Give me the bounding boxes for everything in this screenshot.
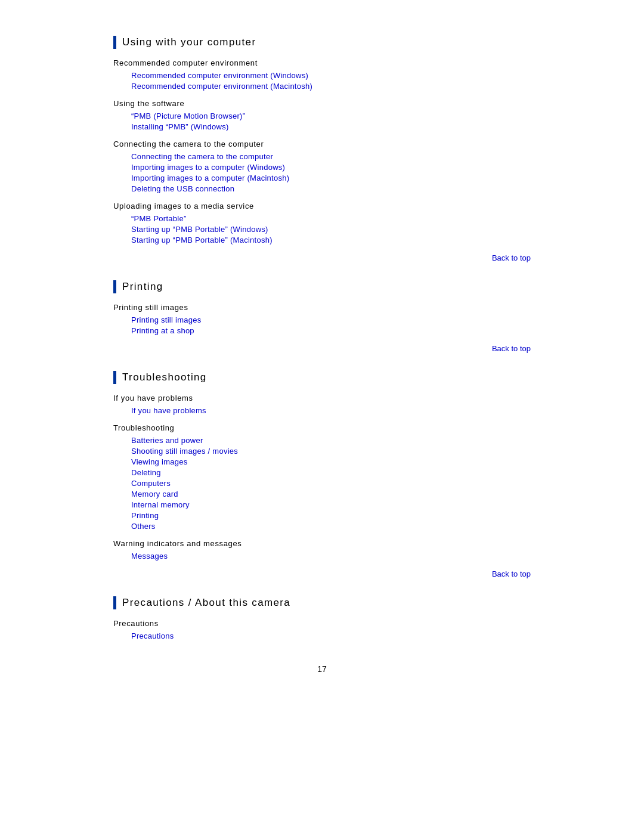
link-recommended-windows[interactable]: Recommended computer environment (Window… — [131, 71, 531, 80]
link-importing-images-macintosh[interactable]: Importing images to a computer (Macintos… — [131, 174, 531, 182]
back-to-top-link-3[interactable]: Back to top — [492, 569, 531, 578]
link-batteries-power[interactable]: Batteries and power — [131, 436, 531, 445]
link-shooting-still-movies[interactable]: Shooting still images / movies — [131, 447, 531, 456]
link-computers[interactable]: Computers — [131, 479, 531, 488]
subsection-printing-still-images: Printing still images Printing still ima… — [113, 303, 531, 335]
subsection-title-precautions-items: Precautions — [113, 619, 531, 628]
link-starting-pmb-portable-macintosh[interactable]: Starting up “PMB Portable” (Macintosh) — [131, 236, 531, 244]
subsection-troubleshooting-items: Troubleshooting Batteries and power Shoo… — [113, 423, 531, 531]
subsection-title-uploading-images: Uploading images to a media service — [113, 202, 531, 210]
subsection-title-printing-still-images: Printing still images — [113, 303, 531, 312]
section-troubleshooting: Troubleshooting If you have problems If … — [113, 371, 531, 578]
subsection-title-connecting-camera: Connecting the camera to the computer — [113, 140, 531, 148]
link-deleting[interactable]: Deleting — [131, 468, 531, 477]
back-to-top-container-2: Back to top — [113, 343, 531, 353]
section-title-troubleshooting: Troubleshooting — [122, 371, 207, 383]
section-bar-troubleshooting-icon — [113, 371, 116, 384]
back-to-top-link-2[interactable]: Back to top — [492, 344, 531, 353]
subsection-if-you-have-problems: If you have problems If you have problem… — [113, 394, 531, 415]
link-starting-pmb-portable-windows[interactable]: Starting up “PMB Portable” (Windows) — [131, 225, 531, 234]
back-to-top-container-3: Back to top — [113, 569, 531, 578]
section-using-with-computer: Using with your computer Recommended com… — [113, 36, 531, 262]
section-bar-icon — [113, 36, 116, 49]
page-number: 17 — [113, 664, 531, 674]
subsection-title-troubleshooting-items: Troubleshooting — [113, 423, 531, 432]
link-internal-memory[interactable]: Internal memory — [131, 500, 531, 509]
section-header-using-with-computer: Using with your computer — [113, 36, 531, 49]
link-printing[interactable]: Printing — [131, 511, 531, 520]
subsection-warning-indicators: Warning indicators and messages Messages — [113, 539, 531, 561]
link-connecting-camera-computer[interactable]: Connecting the camera to the computer — [131, 152, 531, 161]
section-precautions: Precautions / About this camera Precauti… — [113, 596, 531, 640]
link-viewing-images[interactable]: Viewing images — [131, 457, 531, 466]
link-deleting-usb-connection[interactable]: Deleting the USB connection — [131, 184, 531, 193]
link-memory-card[interactable]: Memory card — [131, 490, 531, 498]
link-if-you-have-problems[interactable]: If you have problems — [131, 406, 531, 415]
section-title-using-with-computer: Using with your computer — [122, 36, 256, 48]
link-printing-still-images[interactable]: Printing still images — [131, 315, 531, 324]
subsection-title-recommended-computer-env: Recommended computer environment — [113, 58, 531, 67]
page-container: Using with your computer Recommended com… — [113, 24, 531, 686]
subsection-using-software: Using the software “PMB (Picture Motion … — [113, 99, 531, 131]
link-printing-at-shop[interactable]: Printing at a shop — [131, 326, 531, 335]
link-pmb-portable[interactable]: “PMB Portable” — [131, 214, 531, 223]
section-bar-precautions-icon — [113, 596, 116, 609]
back-to-top-container-1: Back to top — [113, 253, 531, 262]
section-header-precautions: Precautions / About this camera — [113, 596, 531, 609]
subsection-connecting-camera: Connecting the camera to the computer Co… — [113, 140, 531, 193]
section-bar-printing-icon — [113, 280, 116, 293]
link-installing-pmb-windows[interactable]: Installing “PMB” (Windows) — [131, 122, 531, 131]
subsection-precautions-items: Precautions Precautions — [113, 619, 531, 640]
link-pmb-picture-motion[interactable]: “PMB (Picture Motion Browser)” — [131, 112, 531, 120]
link-importing-images-windows[interactable]: Importing images to a computer (Windows) — [131, 163, 531, 172]
subsection-title-warning-indicators: Warning indicators and messages — [113, 539, 531, 548]
section-title-precautions: Precautions / About this camera — [122, 597, 290, 609]
subsection-title-if-you-have-problems: If you have problems — [113, 394, 531, 402]
subsection-uploading-images: Uploading images to a media service “PMB… — [113, 202, 531, 244]
section-printing: Printing Printing still images Printing … — [113, 280, 531, 353]
subsection-title-using-software: Using the software — [113, 99, 531, 108]
section-header-troubleshooting: Troubleshooting — [113, 371, 531, 384]
link-precautions[interactable]: Precautions — [131, 631, 531, 640]
section-title-printing: Printing — [122, 281, 163, 293]
subsection-recommended-computer-env: Recommended computer environment Recomme… — [113, 58, 531, 91]
section-header-printing: Printing — [113, 280, 531, 293]
link-messages[interactable]: Messages — [131, 552, 531, 561]
link-others[interactable]: Others — [131, 522, 531, 531]
link-recommended-macintosh[interactable]: Recommended computer environment (Macint… — [131, 82, 531, 91]
back-to-top-link-1[interactable]: Back to top — [492, 253, 531, 262]
